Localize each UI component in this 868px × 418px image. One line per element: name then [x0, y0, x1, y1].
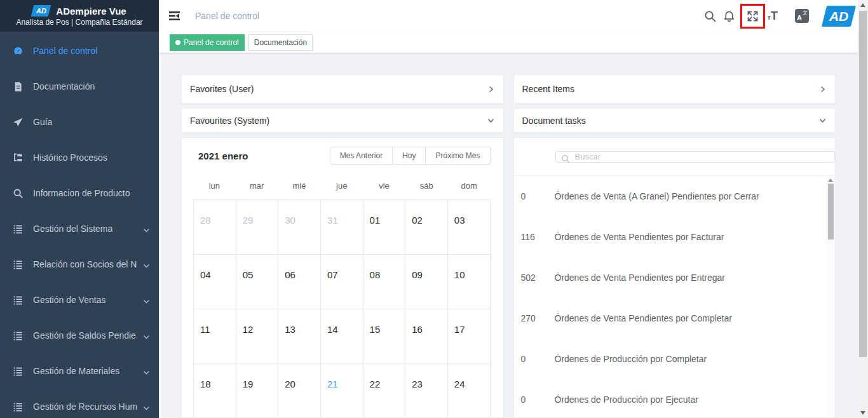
header-search-icon[interactable] [703, 10, 717, 23]
calendar-day-cell[interactable]: 16 [405, 309, 448, 364]
dashboard-icon [13, 46, 24, 57]
weekday-label: dom [448, 181, 491, 195]
recent-items-panel-header[interactable]: Recent Items [513, 74, 836, 104]
sidebar-item-guia[interactable]: Guía [0, 104, 159, 140]
scroll-up-icon[interactable] [828, 179, 833, 182]
sidebar-item-gestion-de-saldos[interactable]: Gestión de Saldos Pendie.. [0, 318, 159, 353]
document-tasks-panel: 0 Órdenes de Venta (A Granel) Pendientes… [513, 137, 836, 418]
list-icon [13, 295, 24, 306]
sidebar-item-label: Gestión del Sistema [33, 224, 112, 234]
sidebar-item-relacion-con-socios[interactable]: Relación con Socios del N.. [0, 246, 159, 282]
language-icon[interactable]: A 文 [795, 9, 809, 23]
task-row[interactable]: 116 Órdenes de Venta Pendientes por Fact… [514, 217, 836, 257]
sidebar-item-historico-procesos[interactable]: Histórico Procesos [0, 140, 159, 175]
chevron-down-icon [143, 297, 150, 304]
active-tab-dot [175, 40, 180, 45]
chevron-right-icon [487, 85, 495, 93]
tab-label: Documentación [254, 38, 307, 47]
calendar-day-cell[interactable]: 29 [236, 200, 279, 255]
favorites-user-panel-header[interactable]: Favorites (User) [181, 74, 504, 104]
calendar-day-cell[interactable]: 07 [321, 255, 363, 309]
chevron-down-icon [143, 261, 150, 268]
task-row[interactable]: 0 Órdenes de Venta (A Granel) Pendientes… [514, 176, 836, 217]
calendar-day-cell[interactable]: 14 [321, 309, 363, 364]
sidebar-item-label: Relación con Socios del N.. [33, 259, 137, 269]
calendar-day-cell[interactable]: 06 [278, 255, 321, 309]
calendar-day-cell[interactable]: 22 [363, 364, 406, 418]
calendar-day-cell[interactable]: 12 [236, 309, 279, 364]
tasks-search-input[interactable] [555, 151, 836, 163]
adempiere-logo[interactable]: AD [822, 6, 856, 27]
page-scrollbar-thumb[interactable] [859, 11, 867, 357]
calendar-day-cell[interactable]: 09 [405, 255, 448, 309]
chevron-down-icon [143, 368, 150, 375]
calendar-day-cell[interactable]: 02 [405, 200, 448, 255]
search-icon [561, 154, 570, 163]
tab-panel-de-control[interactable]: Panel de control [170, 34, 245, 51]
calendar-day-cell[interactable]: 01 [363, 200, 406, 255]
language-icon-cjk: 文 [803, 10, 808, 17]
page-scrollbar [858, 0, 868, 418]
favourites-system-panel-header[interactable]: Favourites (System) [181, 108, 504, 133]
calendar-day-cell[interactable]: 20 [278, 364, 321, 418]
calendar-day-cell[interactable]: 03 [448, 200, 491, 255]
calendar-day-cell[interactable]: 15 [363, 309, 406, 364]
top-navbar: Panel de control тT A 文 [159, 0, 858, 32]
sidebar-item-gestion-de-recursos[interactable]: Gestión de Recursos Hum.. [0, 389, 159, 418]
sidebar-item-label: Guía [33, 117, 52, 127]
sidebar-item-gestion-de-materiales[interactable]: Gestión de Materiales [0, 353, 159, 389]
calendar-day-cell[interactable]: 11 [194, 309, 236, 364]
scroll-up-icon[interactable] [860, 3, 865, 7]
task-row[interactable]: 270 Órdenes de Venta Pendientes por Comp… [514, 298, 836, 339]
prev-month-button[interactable]: Mes Anterior [330, 147, 393, 165]
calendar-day-cell[interactable]: 04 [194, 255, 236, 309]
tab-documentacion[interactable]: Documentación [248, 34, 313, 51]
task-label: Órdenes de Producción por Ejecutar [549, 394, 698, 405]
list-icon [13, 224, 24, 234]
sidebar-toggle-icon[interactable] [168, 10, 181, 22]
task-count: 116 [514, 232, 549, 242]
text-size-icon[interactable]: тT [768, 10, 778, 23]
task-row[interactable]: 502 Órdenes de Venta Pendientes por Entr… [514, 257, 836, 298]
task-row[interactable]: 0 Órdenes de Producción por Ejecutar [514, 379, 836, 417]
task-label: Órdenes de Venta Pendientes por Completa… [549, 313, 732, 323]
chevron-down-icon [818, 116, 827, 125]
notification-bell-icon[interactable] [722, 10, 736, 23]
calendar-day-cell[interactable]: 13 [278, 309, 321, 364]
calendar-day-cell[interactable]: 05 [236, 255, 279, 309]
sidebar-item-panel-de-control[interactable]: Panel de control [0, 33, 159, 69]
sidebar-item-documentacion[interactable]: Documentación [0, 69, 159, 104]
calendar-day-cell[interactable]: 23 [405, 364, 448, 418]
sidebar-item-gestion-del-sistema[interactable]: Gestión del Sistema [0, 211, 159, 246]
task-count: 0 [514, 394, 549, 405]
task-label: Órdenes de Venta Pendientes por Entregar [549, 273, 726, 283]
calendar-day-cell[interactable]: 28 [194, 200, 236, 255]
tags-view-bar: Panel de control Documentación [159, 32, 858, 53]
calendar-day-cell[interactable]: 19 [236, 364, 279, 418]
list-icon [13, 366, 24, 377]
calendar-day-cell[interactable]: 08 [363, 255, 406, 309]
calendar-day-cell[interactable]: 18 [194, 364, 236, 418]
sidebar-item-label: Gestión de Recursos Hum.. [33, 401, 137, 412]
document-tasks-panel-header[interactable]: Document tasks [513, 108, 836, 133]
calendar-day-cell[interactable]: 30 [278, 200, 321, 255]
tasks-scrollbar-thumb[interactable] [828, 184, 834, 239]
calendar-day-cell-today[interactable]: 21 [321, 364, 363, 418]
sidebar-item-label: Gestión de Materiales [33, 366, 119, 376]
panel-title: Favorites (User) [190, 84, 254, 94]
calendar-day-cell[interactable]: 10 [448, 255, 491, 309]
adempiere-logo-text: AD [829, 8, 848, 24]
task-row[interactable]: 0 Órdenes de Producción por Completar [514, 339, 836, 379]
chevron-down-icon [143, 226, 150, 233]
calendar-day-cell[interactable]: 31 [321, 200, 363, 255]
next-month-button[interactable]: Próximo Mes [426, 147, 490, 165]
document-icon [13, 81, 24, 92]
calendar-day-cell[interactable]: 17 [448, 309, 491, 364]
sidebar-item-informacion-de-producto[interactable]: Informacion de Producto [0, 175, 159, 211]
scroll-down-icon[interactable] [860, 411, 865, 415]
fullscreen-icon[interactable] [746, 10, 759, 23]
calendar-day-cell[interactable]: 24 [448, 364, 491, 418]
today-button[interactable]: Hoy [393, 147, 426, 165]
sidebar-item-gestion-de-ventas[interactable]: Gestión de Ventas [0, 282, 159, 318]
task-count: 502 [514, 273, 549, 283]
